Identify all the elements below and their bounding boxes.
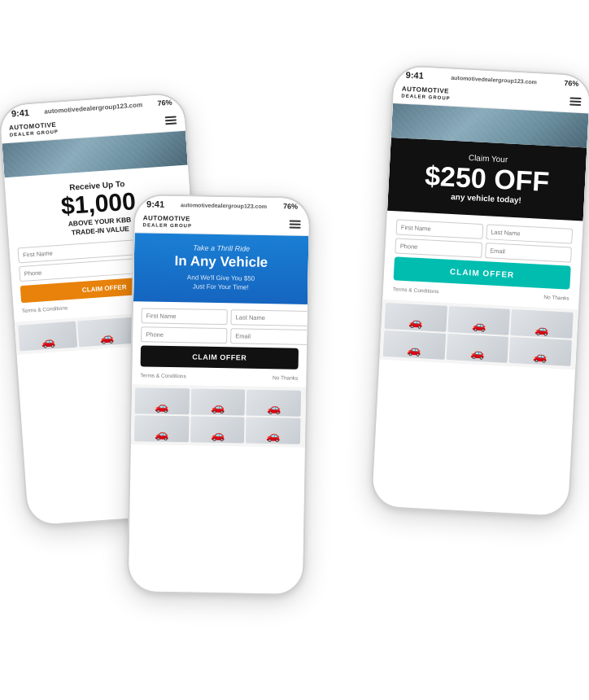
logo-2: AUTOMOTIVE DEALER GROUP: [143, 215, 193, 228]
phone-input-3[interactable]: [395, 238, 482, 259]
car-tile: [384, 303, 447, 332]
car-grid-3: [379, 300, 578, 370]
car-tile: [190, 417, 245, 444]
car-tile: [135, 388, 190, 415]
blue-hero-desc: And We'll Give You $50 Just For Your Tim…: [142, 272, 299, 293]
phone-input-2[interactable]: [141, 327, 227, 344]
car-tile: [509, 337, 572, 366]
car-tile: [446, 334, 508, 363]
blue-hero-title: In Any Vehicle: [142, 254, 300, 272]
last-name-input-3[interactable]: [486, 225, 573, 245]
car-tile: [246, 418, 300, 444]
first-name-input-3[interactable]: [395, 220, 482, 240]
phone-blue: 9:41 automotivedealergroup123.com 76% AU…: [127, 194, 312, 596]
car-tile: [134, 416, 189, 443]
terms-link-1[interactable]: Terms & Conditions: [22, 305, 68, 314]
car-tile: [190, 389, 245, 416]
hamburger-menu-3[interactable]: [569, 97, 582, 106]
form-row-blue-2: [141, 327, 299, 345]
last-name-input-2[interactable]: [230, 310, 309, 327]
car-tile: [510, 309, 573, 339]
email-input-2[interactable]: [230, 329, 309, 346]
time-3: 9:41: [405, 70, 424, 81]
scene: 9:41 automotivedealergroup123.com 76% AU…: [0, 0, 589, 700]
car-tile: [383, 330, 446, 360]
no-thanks-link-3[interactable]: No Thanks: [543, 294, 569, 301]
battery-2: 76%: [283, 202, 298, 210]
blue-hero: Take a Thrill Ride In Any Vehicle And We…: [133, 234, 308, 305]
form-row-blue-1: [142, 308, 299, 326]
popup-blue: CLAIM OFFER Terms & Conditions No Thanks: [132, 302, 308, 388]
blue-hero-subtitle: Take a Thrill Ride: [142, 243, 300, 254]
email-input-3[interactable]: [485, 243, 572, 264]
dark-hero: Claim Your $250 OFF any vehicle today!: [387, 138, 587, 221]
first-name-input-2[interactable]: [142, 308, 228, 326]
time-1: 9:41: [11, 107, 30, 119]
car-tile: [18, 322, 77, 352]
time-2: 9:41: [146, 199, 164, 208]
phone-250: 9:41 automotivedealergroup123.com 76% AU…: [370, 64, 589, 518]
hamburger-menu-1[interactable]: [165, 116, 177, 125]
url-3: automotivedealergroup123.com: [451, 74, 537, 85]
car-tile: [77, 317, 137, 348]
popup-250: CLAIM OFFER Terms & Conditions No Thanks: [382, 211, 582, 309]
logo-3: AUTOMOTIVE DEALER GROUP: [401, 86, 451, 102]
battery-1: 76%: [157, 98, 172, 107]
claim-offer-button-2[interactable]: CLAIM OFFER: [141, 346, 299, 370]
url-2: automotivedealergroup123.com: [181, 202, 267, 209]
claim-offer-button-3[interactable]: CLAIM OFFER: [394, 257, 571, 290]
terms-link-3[interactable]: Terms & Conditions: [393, 287, 439, 295]
hamburger-menu-2[interactable]: [290, 220, 301, 228]
terms-link-2[interactable]: Terms & Conditions: [140, 373, 185, 379]
car-tile: [247, 390, 301, 417]
nav-bar-2: AUTOMOTIVE DEALER GROUP: [134, 210, 308, 236]
car-tile: [447, 306, 510, 335]
footer-links-2: Terms & Conditions No Thanks: [140, 371, 298, 383]
battery-3: 76%: [564, 79, 579, 88]
car-grid-2: [131, 385, 306, 448]
logo-1: AUTOMOTIVE DEALER GROUP: [9, 122, 59, 138]
no-thanks-link-2[interactable]: No Thanks: [273, 375, 298, 382]
